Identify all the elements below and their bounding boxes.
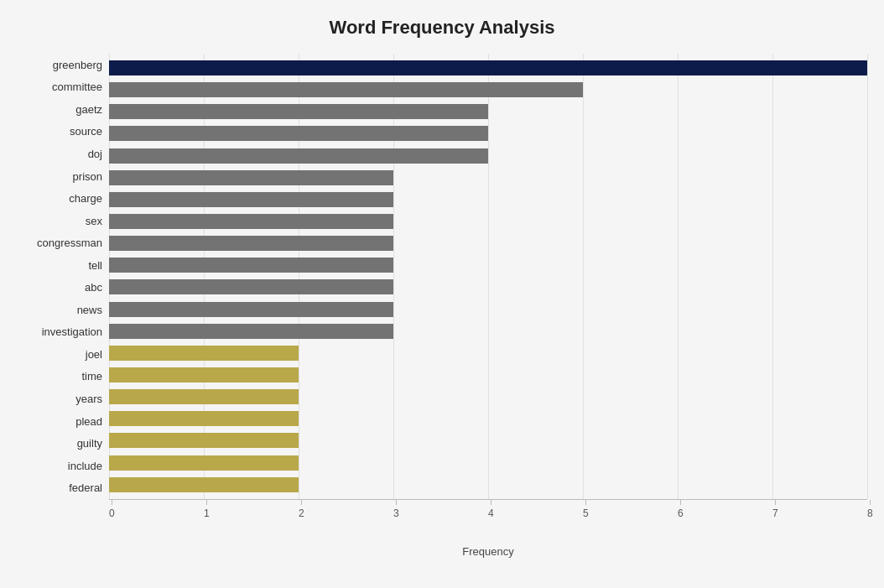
bar-row [109,344,867,362]
bar [109,258,393,273]
bar [109,324,393,339]
y-axis: greenbergcommitteegaetzsourcedojprisonch… [17,54,109,533]
y-label: doj [17,148,102,159]
bar [109,170,393,185]
y-label: tell [17,260,102,271]
bar [109,214,393,229]
x-tick-line [870,500,871,505]
y-label: years [17,393,102,404]
chart-container: Word Frequency Analysis greenbergcommitt… [0,0,884,588]
bar [109,148,488,164]
chart-title: Word Frequency Analysis [17,17,867,39]
y-label: congressman [17,237,102,248]
bar-row [109,366,867,384]
x-axis-title: Frequency [462,545,513,558]
bar [109,60,867,75]
y-label: abc [17,282,102,293]
x-tick: 4 [488,500,494,519]
bar [109,455,299,471]
y-label: joel [17,349,102,360]
x-tick-label: 0 [109,507,115,519]
x-tick: 2 [299,500,304,519]
y-label: investigation [17,326,102,337]
x-tick-line [491,500,491,505]
bar [109,389,299,404]
bar [109,279,393,294]
bar-row [109,409,867,428]
bar [109,411,299,426]
x-tick: 8 [867,500,873,519]
y-label: plead [17,416,102,427]
x-tick-line [775,500,776,505]
x-tick-line [206,500,207,505]
x-tick-line [396,500,397,505]
bars-area [109,54,867,499]
bar [109,236,393,251]
bar [109,104,488,119]
y-label: greenberg [17,60,102,70]
bar-row [109,256,867,274]
y-label: news [17,304,102,315]
y-label: include [17,461,102,471]
bar [109,433,299,448]
bar-row [109,147,867,165]
bar-row [109,124,867,143]
bar-row [109,454,867,472]
bar [109,126,488,141]
x-tick-label: 3 [393,507,399,519]
y-label: sex [17,216,102,226]
bar-row [109,59,867,77]
bar-row [109,102,867,121]
bar-row [109,322,867,341]
bar [109,192,393,207]
bar [109,302,393,317]
x-tick-label: 4 [488,507,494,519]
x-tick-line [585,500,586,505]
x-tick: 1 [204,500,210,519]
x-tick: 3 [393,500,399,519]
bars-and-x: 012345678 Frequency [109,54,867,533]
bar-row [109,431,867,450]
y-label: federal [17,482,102,493]
y-label: source [17,126,102,137]
x-tick: 6 [678,500,684,519]
x-tick-line [680,500,681,505]
x-axis: 012345678 Frequency [109,499,867,533]
bar [109,82,583,97]
bars-list [109,54,867,499]
y-label: time [17,371,102,382]
chart-area: greenbergcommitteegaetzsourcedojprisonch… [17,54,867,533]
x-tick-label: 5 [583,507,589,519]
x-tick-label: 6 [678,507,684,519]
grid-line [867,54,868,499]
bar-row [109,81,867,99]
bar-row [109,278,867,296]
x-tick-label: 8 [867,507,873,519]
x-tick-label: 2 [299,507,304,519]
bar-row [109,169,867,187]
y-label: gaetz [17,104,102,115]
bar-row [109,234,867,252]
x-tick-line [112,500,112,505]
y-label: guilty [17,438,102,449]
x-tick-label: 7 [772,507,778,519]
x-tick-line [301,500,302,505]
y-label: charge [17,193,102,204]
bar-row [109,300,867,319]
bar-row [109,476,867,494]
y-label: prison [17,171,102,182]
bar-row [109,388,867,406]
x-tick: 0 [109,500,115,519]
bar [109,346,299,361]
x-tick-label: 1 [204,507,210,519]
bar-row [109,190,867,209]
bar [109,367,299,382]
y-label: committee [17,81,102,92]
x-tick: 5 [583,500,589,519]
bar [109,477,299,492]
x-tick: 7 [772,500,778,519]
bar-row [109,212,867,231]
